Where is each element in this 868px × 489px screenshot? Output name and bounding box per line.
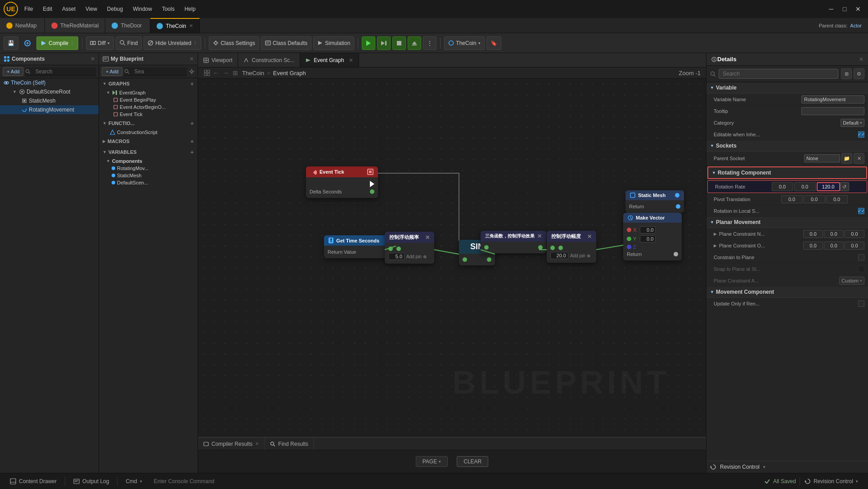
components-search-input[interactable] [32, 67, 68, 76]
console-input[interactable] [150, 476, 760, 486]
prop-checkbox-rotation-local[interactable]: ✓ [858, 208, 864, 214]
bookmark-button[interactable]: 🔖 [486, 36, 501, 50]
details-close[interactable]: ✕ [859, 56, 864, 63]
nav-home-button[interactable]: ⊞ [231, 69, 239, 76]
planar-section-header[interactable]: ▼ Planar Movement [706, 217, 868, 228]
hide-unrelated-button[interactable]: Hide Unrelated ⋮ [144, 36, 201, 50]
amplitude-control-close[interactable]: ✕ [587, 233, 592, 240]
content-drawer-button[interactable]: Content Drawer [5, 477, 61, 485]
freq-value-input[interactable] [388, 253, 405, 260]
bp-item-actorbeginoverlap[interactable]: Event ActorBeginO... [99, 103, 198, 111]
prop-input-variable-name[interactable] [801, 95, 864, 103]
node-static-mesh[interactable]: Static Mesh Return [625, 190, 684, 213]
pivot-x-input[interactable] [781, 195, 803, 203]
plane-o-z-input[interactable] [845, 242, 864, 250]
macros-section[interactable]: ▶ MACROS + [99, 136, 198, 147]
close-button[interactable]: ✕ [852, 3, 864, 15]
prop-select-parent-socket[interactable]: None [804, 154, 840, 162]
amp-add-pin[interactable]: Add pin ⊕ [570, 253, 590, 258]
plane-o-x-input[interactable] [803, 242, 823, 250]
tab-close-eventgraph[interactable]: ✕ [349, 57, 353, 63]
freq-add-pin[interactable]: Add pin ⊕ [406, 254, 427, 259]
find-button[interactable]: Find [116, 36, 142, 50]
tab-close-thecoin[interactable]: ✕ [189, 23, 193, 29]
tab-newmap[interactable]: NewMap [0, 18, 45, 33]
rotation-rate-y-input[interactable] [794, 182, 816, 191]
bp-item-components-section[interactable]: ▼ Components [99, 157, 198, 165]
amplitude-value-input[interactable] [550, 252, 568, 259]
menu-asset[interactable]: Asset [58, 4, 80, 14]
compiler-results-tab[interactable]: Compiler Results ✕ [198, 438, 265, 450]
details-search-input[interactable] [719, 69, 838, 79]
menu-file[interactable]: File [20, 4, 37, 14]
bp-item-beginplay[interactable]: Event BeginPlay [99, 96, 198, 103]
nav-forward-button[interactable]: → [221, 69, 230, 76]
node-amplitude-control[interactable]: 控制浮动幅度 ✕ Add pin ⊕ [547, 231, 596, 263]
plane-n-y-input[interactable] [824, 230, 844, 238]
blueprint-settings-icon[interactable] [189, 68, 195, 75]
plane-o-y-input[interactable] [824, 242, 844, 250]
components-close[interactable]: ✕ [90, 56, 95, 62]
functions-section[interactable]: ▼ FUNCTIO... + [99, 118, 198, 129]
nav-back-button[interactable]: ← [211, 69, 220, 76]
details-grid-icon[interactable]: ⊞ [841, 68, 852, 79]
rotating-section-header[interactable]: ▼ Rotating Component [707, 166, 867, 179]
blueprint-panel-close[interactable]: ✕ [189, 56, 194, 62]
class-defaults-button[interactable]: Class Defaults [261, 36, 311, 50]
graphs-section[interactable]: ▼ GRAPHS + [99, 78, 198, 89]
diff-button[interactable]: Diff ▾ [86, 36, 114, 50]
plane-n-x-input[interactable] [803, 230, 823, 238]
functions-add-button[interactable]: + [190, 120, 194, 127]
menu-view[interactable]: View [81, 4, 102, 14]
compile-button[interactable]: Compile ⋮ [36, 36, 78, 50]
step-button[interactable] [377, 36, 391, 50]
cmd-button[interactable]: Cmd ▾ [121, 477, 146, 485]
clear-button[interactable]: CLEAR [457, 456, 488, 467]
more-button[interactable]: ⋮ [423, 36, 436, 50]
tab-viewport[interactable]: Viewport [198, 53, 238, 67]
find-results-tab[interactable]: Find Results [265, 438, 314, 450]
tab-thecoin[interactable]: TheCoin ✕ [150, 18, 199, 33]
rotation-rate-x-input[interactable] [772, 182, 793, 191]
triangle-control-close[interactable]: ✕ [537, 233, 542, 239]
tree-item-defaultsceneroot[interactable]: ▼ DefaultSceneRoot [0, 87, 99, 96]
variables-section[interactable]: ▼ VARIABLES + [99, 147, 198, 157]
node-triangle-control[interactable]: 三角函数，控制浮动效果 ✕ [481, 231, 546, 253]
details-settings-icon[interactable]: ⚙ [854, 68, 864, 79]
menu-debug[interactable]: Debug [103, 4, 127, 14]
sockets-section-header[interactable]: ▼ Sockets [706, 140, 868, 152]
page-button[interactable]: PAGE ▾ [416, 456, 448, 467]
prop-select-category[interactable]: Default ▾ [841, 119, 864, 127]
pivot-z-input[interactable] [826, 195, 848, 203]
blueprint-search-input[interactable] [131, 67, 158, 76]
bp-item-rotatingmov[interactable]: RotatingMov... [99, 165, 198, 172]
compiler-results-close[interactable]: ✕ [255, 441, 259, 446]
macros-add-button[interactable]: + [190, 138, 194, 145]
freq-control-close[interactable]: ✕ [425, 234, 430, 241]
rotation-rate-reset[interactable]: ↺ [840, 182, 849, 191]
prop-checkbox-editable-inherit[interactable]: ✓ [858, 131, 864, 138]
variable-section-header[interactable]: ▼ Variable [706, 82, 868, 94]
bp-item-constructionscript[interactable]: ConstructionScript [99, 129, 198, 136]
movement-section-header[interactable]: ▼ Movement Component [706, 287, 868, 298]
eject-button[interactable] [408, 36, 421, 50]
variables-add-button[interactable]: + [190, 148, 194, 156]
grid-nav-icon[interactable] [203, 69, 211, 76]
graphs-add-button[interactable]: + [190, 80, 194, 87]
save-button[interactable]: 💾 [4, 36, 18, 50]
node-make-vector[interactable]: Make Vector X Y Z [623, 213, 682, 260]
node-event-tick[interactable]: Event Tick Delta Seconds [306, 166, 378, 198]
prop-select-plane-constraint-a[interactable]: Custom ▾ [839, 277, 864, 285]
tree-item-rotatingmovement[interactable]: RotatingMovement [0, 105, 99, 114]
tab-thedoor[interactable]: TheDoor [105, 18, 150, 33]
minimize-button[interactable]: ─ [825, 3, 837, 15]
tree-item-staticmesh[interactable]: StaticMesh [0, 96, 99, 105]
prop-input-tooltip[interactable] [801, 107, 864, 115]
menu-help[interactable]: Help [180, 4, 200, 14]
prop-checkbox-update-only-ren[interactable] [858, 301, 864, 307]
components-add-button[interactable]: + Add [3, 67, 23, 76]
menu-window[interactable]: Window [128, 4, 157, 14]
class-settings-button[interactable]: Class Settings [209, 36, 259, 50]
tab-constructionsc[interactable]: Construction Sc... [238, 53, 300, 67]
socket-browse-icon[interactable]: 📁 [841, 153, 852, 164]
